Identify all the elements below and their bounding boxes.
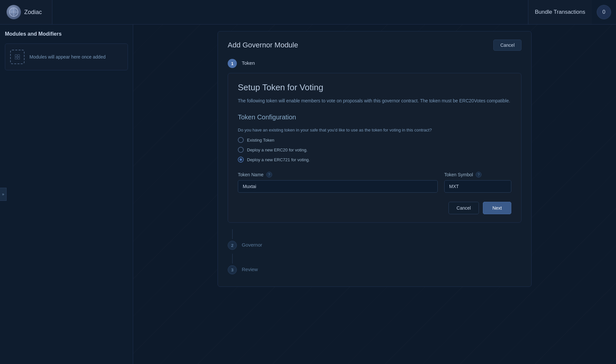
radio-label-existing: Existing Token: [247, 138, 274, 143]
step-label-3: Review: [242, 265, 258, 272]
panel-header: Add Governor Module Cancel: [228, 40, 521, 51]
token-config-title: Token Configuration: [238, 113, 511, 121]
bundle-transactions-area[interactable]: Bundle Transactions 0: [528, 0, 616, 24]
token-name-label: Token Name: [238, 172, 264, 177]
radio-outer-erc721: [238, 157, 244, 163]
radio-group: Existing Token Deploy a new ERC20 for vo…: [238, 137, 511, 163]
step-connector-2-3: [232, 254, 233, 264]
radio-label-erc721: Deploy a new ERC721 for voting.: [247, 157, 310, 162]
panel-title: Add Governor Module: [228, 41, 298, 49]
form-row: Token Name ? Token Symbol ?: [238, 172, 511, 193]
token-symbol-group: Token Symbol ?: [444, 172, 511, 193]
svg-rect-5: [18, 55, 20, 57]
cancel-top-button[interactable]: Cancel: [493, 40, 521, 51]
step-badge-3: 3: [228, 265, 237, 274]
sidebar-toggle-button[interactable]: »: [0, 188, 7, 201]
bundle-label: Bundle Transactions: [528, 0, 592, 24]
radio-outer-erc20: [238, 147, 244, 153]
token-name-input[interactable]: [238, 180, 438, 193]
header: Zodiac Bundle Transactions 0: [0, 0, 616, 25]
panel-card: Add Governor Module Cancel 1 Token Setup…: [218, 31, 532, 287]
bundle-count: 0: [597, 5, 611, 19]
step-badge-1: 1: [228, 59, 237, 68]
radio-erc721[interactable]: Deploy a new ERC721 for voting.: [238, 157, 511, 163]
token-setup-desc: The following token will enable members …: [238, 97, 511, 104]
right-panel: Add Governor Module Cancel 1 Token Setup…: [133, 25, 616, 364]
logo-icon: [7, 5, 21, 19]
main-area: Modules and Modifiers Modules will appea…: [0, 25, 616, 364]
step-label-2: Governor: [242, 241, 262, 248]
modules-empty-state: Modules will appear here once added: [5, 43, 128, 70]
radio-inner-erc721: [239, 158, 242, 161]
token-name-help-icon[interactable]: ?: [266, 172, 272, 178]
action-row: Cancel Next: [238, 202, 511, 214]
svg-rect-7: [18, 57, 20, 59]
radio-question: Do you have an existing token in your sa…: [238, 128, 511, 132]
step-connector-1-2: [232, 229, 233, 239]
radio-label-erc20: Deploy a new ERC20 for voting.: [247, 147, 308, 152]
sidebar-title: Modules and Modifiers: [5, 31, 128, 37]
token-symbol-label-row: Token Symbol ?: [444, 172, 511, 178]
next-button[interactable]: Next: [483, 202, 511, 214]
token-symbol-input[interactable]: [444, 180, 511, 193]
token-name-label-row: Token Name ?: [238, 172, 438, 178]
token-setup-title: Setup Token for Voting: [238, 82, 511, 93]
token-symbol-help-icon[interactable]: ?: [476, 172, 482, 178]
radio-outer-existing: [238, 137, 244, 143]
radio-existing[interactable]: Existing Token: [238, 137, 511, 143]
svg-rect-4: [15, 55, 17, 57]
logo-text: Zodiac: [24, 9, 42, 16]
step-row-2: 2 Governor: [228, 241, 521, 250]
step-row-1: 1 Token: [228, 59, 521, 68]
token-name-group: Token Name ?: [238, 172, 438, 193]
sidebar: Modules and Modifiers Modules will appea…: [0, 25, 133, 364]
logo-area[interactable]: Zodiac: [0, 0, 52, 24]
token-setup-box: Setup Token for Voting The following tok…: [228, 73, 521, 223]
step-row-3: 3 Review: [228, 265, 521, 274]
svg-rect-6: [15, 57, 17, 59]
cancel-button[interactable]: Cancel: [449, 202, 479, 214]
empty-text: Modules will appear here once added: [29, 54, 106, 61]
step-badge-2: 2: [228, 241, 237, 250]
radio-erc20[interactable]: Deploy a new ERC20 for voting.: [238, 147, 511, 153]
empty-icon: [10, 50, 25, 64]
step-label-1: Token: [242, 59, 255, 66]
header-middle: [52, 0, 528, 24]
token-symbol-label: Token Symbol: [444, 172, 473, 177]
sidebar-toggle-icon: »: [2, 192, 4, 197]
